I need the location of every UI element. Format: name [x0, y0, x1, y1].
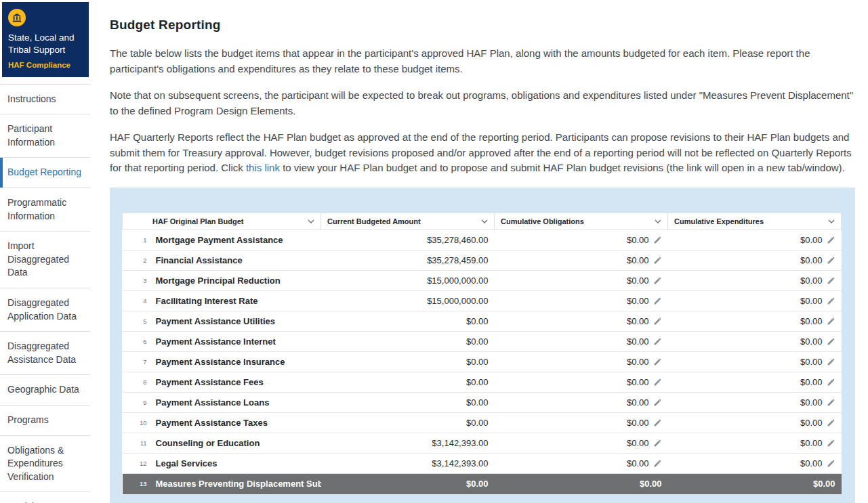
edit-obligations-button[interactable]	[653, 378, 662, 387]
sidebar-item-programmatic-information[interactable]: Programmatic Information	[0, 188, 90, 232]
current-budgeted-amount: $0.00	[321, 412, 495, 433]
cumulative-expenditures: $0.00	[668, 331, 842, 351]
edit-obligations-button[interactable]	[653, 276, 662, 285]
row-number: 11	[123, 433, 150, 453]
sidebar: State, Local and Tribal Support HAF Comp…	[0, 0, 90, 503]
sidebar-item-instructions[interactable]: Instructions	[0, 85, 90, 115]
budget-item-name: Counseling or Education	[150, 433, 321, 453]
column-header-cumulative-obligations[interactable]: Cumulative Obligations	[495, 213, 668, 229]
cumulative-expenditures: $0.00	[668, 453, 842, 473]
edit-obligations-button[interactable]	[653, 439, 662, 447]
brand-subtitle: HAF Compliance	[8, 61, 83, 69]
sidebar-item-participant-information[interactable]: Participant Information	[0, 492, 90, 503]
chevron-down-icon[interactable]	[828, 219, 835, 223]
main-content: Budget Reporting The table below lists t…	[90, 0, 868, 503]
chevron-down-icon[interactable]	[481, 219, 488, 223]
row-number: 10	[123, 412, 150, 433]
edit-expenditures-button[interactable]	[827, 459, 835, 468]
column-header-plan-budget[interactable]: HAF Original Plan Budget	[123, 213, 321, 229]
sidebar-item-participant-information[interactable]: Participant Information	[0, 114, 90, 158]
cumulative-expenditures: $0.00	[668, 372, 842, 392]
cumulative-obligations: $0.00	[495, 290, 668, 311]
edit-expenditures-button[interactable]	[827, 337, 835, 346]
sidebar-item-disaggregated-assistance-data[interactable]: Disaggregated Assistance Data	[0, 332, 90, 375]
edit-obligations-button[interactable]	[653, 297, 662, 305]
edit-expenditures-button[interactable]	[827, 276, 835, 285]
budget-table: HAF Original Plan Budget Current Budgete…	[122, 213, 842, 494]
column-header-cumulative-expenditures[interactable]: Cumulative Expenditures	[668, 213, 842, 229]
haf-plan-budget-link[interactable]: this link	[246, 162, 280, 173]
current-budgeted-amount: $0.00	[321, 311, 495, 331]
edit-expenditures-button[interactable]	[827, 439, 835, 447]
edit-obligations-button[interactable]	[653, 398, 662, 407]
table-row: 4Facilitating Interest Rate$15,000,000.0…	[123, 290, 842, 311]
table-row: 11Counseling or Education$3,142,393.00$0…	[123, 433, 842, 453]
budget-item-name: Mortgage Principal Reduction	[150, 270, 321, 290]
table-panel: HAF Original Plan Budget Current Budgete…	[110, 188, 855, 503]
sidebar-item-budget-reporting[interactable]: Budget Reporting	[0, 158, 90, 188]
brand-card: State, Local and Tribal Support HAF Comp…	[2, 2, 89, 77]
edit-obligations-button[interactable]	[653, 337, 662, 346]
edit-obligations-button[interactable]	[653, 236, 662, 244]
edit-obligations-button[interactable]	[653, 459, 662, 468]
budget-item-name: Financial Assistance	[150, 250, 321, 270]
sidebar-item-programs[interactable]: Programs	[0, 406, 90, 436]
subtotal-row: 13Measures Preventing Displacement Subto…	[123, 473, 842, 494]
table-row: 1Mortgage Payment Assistance$35,278,460.…	[123, 229, 842, 250]
cumulative-obligations: $0.00	[495, 229, 668, 250]
budget-item-name: Payment Assistance Fees	[150, 372, 321, 392]
table-row: 9Payment Assistance Loans$0.00$0.00$0.00	[123, 392, 842, 412]
cumulative-expenditures: $0.00	[668, 250, 842, 270]
current-budgeted-amount: $0.00	[321, 351, 495, 372]
current-budgeted-amount: $0.00	[321, 372, 495, 392]
current-budgeted-amount: $0.00	[321, 392, 495, 412]
row-number: 6	[123, 331, 150, 351]
sidebar-nav: InstructionsParticipant InformationBudge…	[0, 84, 90, 503]
table-row: 10Payment Assistance Taxes$0.00$0.00$0.0…	[123, 412, 842, 433]
chevron-down-icon[interactable]	[308, 219, 314, 223]
edit-expenditures-button[interactable]	[827, 378, 835, 387]
table-row: 7Payment Assistance Insurance$0.00$0.00$…	[123, 351, 842, 372]
chevron-down-icon[interactable]	[655, 219, 661, 223]
current-budgeted-amount: $3,142,393.00	[321, 453, 495, 473]
row-number: 7	[123, 351, 150, 372]
sidebar-item-geographic-data[interactable]: Geographic Data	[0, 375, 90, 406]
cumulative-expenditures: $0.00	[668, 433, 842, 453]
sidebar-item-import-disaggregated-data[interactable]: Import Disaggregated Data	[0, 232, 90, 288]
column-header-current-budgeted-amount[interactable]: Current Budgeted Amount	[321, 213, 495, 229]
current-budgeted-amount: $3,142,393.00	[321, 433, 495, 453]
table-row: 6Payment Assistance Internet$0.00$0.00$0…	[123, 331, 842, 351]
table-row: 5Payment Assistance Utilities$0.00$0.00$…	[123, 311, 842, 331]
row-number: 4	[123, 290, 150, 311]
edit-expenditures-button[interactable]	[827, 317, 835, 326]
sidebar-item-disaggregated-application-data[interactable]: Disaggregated Application Data	[0, 288, 90, 332]
current-budgeted-amount: $35,278,460.00	[321, 229, 495, 250]
row-number: 2	[123, 250, 150, 270]
cumulative-obligations: $0.00	[495, 351, 668, 372]
current-budgeted-amount: $15,000,000.00	[321, 290, 495, 311]
edit-expenditures-button[interactable]	[827, 418, 835, 427]
edit-expenditures-button[interactable]	[827, 398, 835, 407]
row-number: 8	[123, 372, 150, 392]
cumulative-obligations: $0.00	[495, 392, 668, 412]
budget-item-name: Payment Assistance Taxes	[150, 412, 321, 433]
table-row: 8Payment Assistance Fees$0.00$0.00$0.00	[123, 372, 842, 392]
table-row: 12Legal Services$3,142,393.00$0.00$0.00	[123, 453, 842, 473]
edit-expenditures-button[interactable]	[827, 357, 835, 366]
edit-obligations-button[interactable]	[653, 317, 662, 326]
revision-text-after-link: to view your HAF Plan budget and to prop…	[280, 162, 845, 173]
sidebar-item-obligations-expenditures-verification[interactable]: Obligations & Expenditures Verification	[0, 436, 90, 493]
cumulative-expenditures: $0.00	[668, 392, 842, 412]
budget-item-name: Legal Services	[150, 453, 321, 473]
current-budgeted-amount: $0.00	[321, 331, 495, 351]
edit-obligations-button[interactable]	[653, 357, 662, 366]
treasury-seal-icon	[8, 9, 26, 26]
budget-item-name: Payment Assistance Internet	[150, 331, 321, 351]
edit-expenditures-button[interactable]	[827, 256, 835, 265]
edit-expenditures-button[interactable]	[827, 236, 835, 244]
edit-obligations-button[interactable]	[653, 256, 662, 265]
edit-expenditures-button[interactable]	[827, 297, 835, 305]
edit-obligations-button[interactable]	[653, 418, 662, 427]
current-budgeted-amount: $0.00	[321, 473, 495, 494]
current-budgeted-amount: $15,000,000.00	[321, 270, 495, 290]
